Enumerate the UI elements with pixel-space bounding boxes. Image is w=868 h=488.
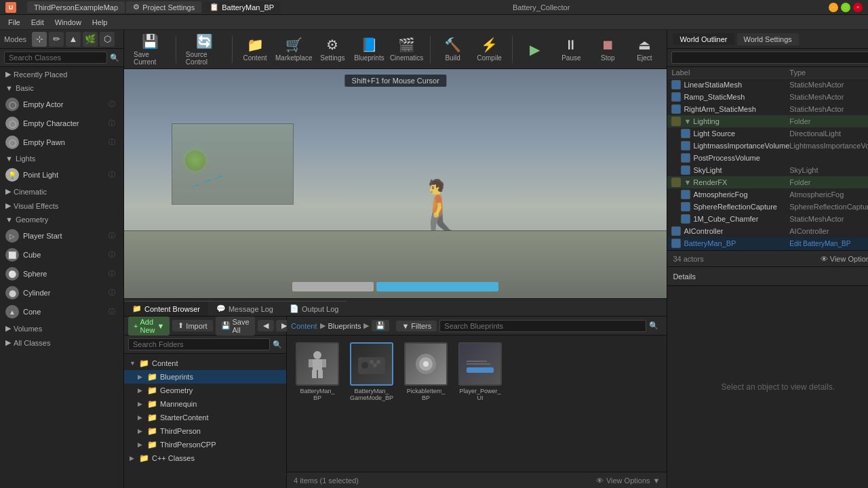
class-point-light[interactable]: 💡 Point Light ⓘ: [0, 165, 123, 184]
class-cylinder[interactable]: ⬤ Cylinder ⓘ: [0, 283, 123, 302]
stop-button[interactable]: ⏹ Stop: [591, 35, 625, 64]
section-all-classes[interactable]: ▶ All Classes: [0, 336, 123, 350]
pause-button[interactable]: ⏸ Pause: [554, 35, 588, 64]
class-sphere[interactable]: ⚪ Sphere ⓘ: [0, 264, 123, 283]
tab-world-settings[interactable]: World Settings: [737, 33, 799, 45]
minimize-button[interactable]: −: [829, 3, 838, 12]
content-button[interactable]: 📁 Content: [238, 34, 272, 64]
folder-starter-content[interactable]: ▶ 📁 StarterContent: [124, 411, 286, 424]
menu-edit[interactable]: Edit: [26, 17, 50, 28]
assets-search-input[interactable]: [439, 320, 646, 332]
assets-search-icon[interactable]: 🔍: [649, 321, 658, 330]
folder-third-person[interactable]: ▶ 📁 ThirdPerson: [124, 424, 286, 438]
assets-save-button[interactable]: 💾: [372, 320, 389, 331]
asset-pickable[interactable]: PickableItem_BP: [402, 342, 450, 401]
tab-content-browser[interactable]: 📁 Content Browser: [124, 301, 208, 316]
search-classes-icon[interactable]: 🔍: [110, 54, 119, 62]
cone-info-icon[interactable]: ⓘ: [108, 307, 115, 317]
asset-battman[interactable]: BatteryMan_BP: [294, 342, 341, 401]
compile-button[interactable]: ⚡ Compile: [473, 34, 507, 64]
mode-geometry-btn[interactable]: ⬡: [100, 32, 115, 47]
empty-actor-info-icon[interactable]: ⓘ: [108, 100, 115, 109]
maximize-button[interactable]: □: [841, 3, 850, 12]
folder-search-input[interactable]: [128, 338, 270, 350]
marketplace-button[interactable]: 🛒 Marketplace: [275, 34, 313, 64]
folder-geometry[interactable]: ▶ 📁 Geometry: [124, 384, 286, 397]
class-cube[interactable]: ⬜ Cube ⓘ: [0, 245, 123, 264]
point-light-info-icon[interactable]: ⓘ: [108, 170, 115, 180]
outliner-search-input[interactable]: [671, 52, 868, 64]
cylinder-info-icon[interactable]: ⓘ: [108, 288, 115, 298]
section-basic[interactable]: ▼ Basic: [0, 81, 123, 95]
menu-window[interactable]: Window: [50, 17, 87, 28]
outliner-item-1mcube[interactable]: 1M_Cube_Chamfer StaticMeshActor: [667, 213, 868, 225]
viewport[interactable]: 🚶 →→→ Shift+F1 for Mouse Cursor: [124, 69, 667, 298]
asset-player-power[interactable]: Player_Power_UI: [456, 342, 504, 401]
empty-pawn-info-icon[interactable]: ⓘ: [108, 138, 115, 147]
mode-landscape-btn[interactable]: ▲: [66, 32, 81, 47]
player-start-info-icon[interactable]: ⓘ: [108, 231, 115, 241]
folder-blueprints[interactable]: ▶ 📁 Blueprints: [124, 370, 286, 384]
build-button[interactable]: 🔨 Build: [436, 34, 470, 64]
close-button[interactable]: ×: [853, 3, 863, 12]
outliner-item-aicontroller[interactable]: AIController AIController: [667, 225, 868, 237]
section-recently-placed[interactable]: ▶ Recently Placed: [0, 67, 123, 81]
class-empty-character[interactable]: ◯ Empty Character ⓘ: [0, 114, 123, 133]
tab-map[interactable]: ThirdPersonExampleMap: [27, 1, 125, 13]
outliner-item-linear[interactable]: LinearStatiaMesh StaticMeshActor: [667, 79, 868, 91]
outliner-folder-lighting[interactable]: ▼ Lighting Folder: [667, 115, 868, 127]
save-current-button[interactable]: 💾 Save Current: [130, 30, 170, 68]
menu-help[interactable]: Help: [87, 17, 113, 28]
tab-world-outliner[interactable]: World Outliner: [673, 33, 734, 45]
breadcrumb-blueprints[interactable]: Blueprints: [328, 322, 361, 330]
save-all-button[interactable]: 💾 Save All: [216, 317, 255, 336]
eject-button[interactable]: ⏏ Eject: [627, 34, 661, 64]
class-player-start[interactable]: ▷ Player Start ⓘ: [0, 226, 123, 245]
mode-select-btn[interactable]: ⊹: [32, 32, 47, 47]
outliner-item-postprocess[interactable]: PostProcessVolume: [667, 152, 868, 164]
section-lights[interactable]: ▼ Lights: [0, 152, 123, 165]
outliner-item-spherereflect[interactable]: SphereReflectionCapture SphereReflection…: [667, 201, 868, 213]
filters-button[interactable]: ▼ Filters: [396, 321, 437, 331]
import-button[interactable]: ⬆ Import: [172, 320, 212, 331]
section-visual-effects[interactable]: ▶ Visual Effects: [0, 199, 123, 213]
tab-message-log[interactable]: 💬 Message Log: [208, 301, 281, 316]
outliner-item-rightarm[interactable]: RightArm_StaticMesh StaticMeshActor: [667, 103, 868, 115]
outliner-item-atmosphericfog[interactable]: AtmosphericFog AtmosphericFog: [667, 188, 868, 201]
folder-cpp-classes[interactable]: ▶ 📁 C++ Classes: [124, 451, 286, 465]
nav-back-button[interactable]: ◀: [258, 320, 274, 331]
mode-paint-btn[interactable]: ✏: [49, 32, 64, 47]
blueprints-button[interactable]: 📘 Blueprints: [352, 34, 386, 64]
asset-gamemode[interactable]: BatteryMan_GameMode_BP: [348, 342, 395, 401]
menu-file[interactable]: File: [3, 17, 26, 28]
settings-button[interactable]: ⚙ Settings: [315, 34, 349, 64]
outliner-item-lightsource[interactable]: Light Source DirectionalLight: [667, 127, 868, 140]
class-empty-pawn[interactable]: ◯ Empty Pawn ⓘ: [0, 133, 123, 152]
mode-foliage-btn[interactable]: 🌿: [83, 32, 98, 47]
outliner-item-battman[interactable]: BatteryMan_BP Edit BatteryMan_BP: [667, 237, 868, 249]
cube-info-icon[interactable]: ⓘ: [108, 250, 115, 260]
tab-project-settings[interactable]: ⚙ Project Settings: [126, 1, 201, 13]
source-control-button[interactable]: 🔄 Source Control: [182, 30, 226, 68]
outliner-item-skylight[interactable]: SkyLight SkyLight: [667, 164, 868, 176]
class-empty-actor[interactable]: ◯ Empty Actor ⓘ: [0, 95, 123, 114]
cinematics-button[interactable]: 🎬 Cinematics: [389, 34, 424, 64]
empty-character-info-icon[interactable]: ⓘ: [108, 119, 115, 128]
breadcrumb-content[interactable]: Content: [291, 322, 317, 330]
folder-third-person-cpp[interactable]: ▶ 📁 ThirdPersonCPP: [124, 438, 286, 451]
section-geometry[interactable]: ▼ Geometry: [0, 213, 123, 226]
tab-battery-man[interactable]: 📋 BatteryMan_BP: [203, 1, 281, 13]
folder-mannequin[interactable]: ▶ 📁 Mannequin: [124, 397, 286, 411]
add-new-button[interactable]: + Add New ▼: [128, 317, 170, 336]
folder-search-icon[interactable]: 🔍: [273, 340, 282, 349]
section-cinematic[interactable]: ▶ Cinematic: [0, 184, 123, 199]
section-volumes[interactable]: ▶ Volumes: [0, 321, 123, 336]
search-classes-input[interactable]: [4, 52, 107, 64]
outliner-view-options[interactable]: 👁 View Options ▼: [821, 255, 868, 263]
view-options-button[interactable]: 👁 View Options ▼: [596, 476, 660, 485]
outliner-item-lightmass[interactable]: LightmassImportanceVolume LightmassImpor…: [667, 140, 868, 152]
sphere-info-icon[interactable]: ⓘ: [108, 269, 115, 279]
play-button[interactable]: ▶: [517, 39, 551, 60]
tab-output-log[interactable]: 📄 Output Log: [281, 301, 347, 316]
outliner-item-ramp[interactable]: Ramp_StaticMesh StaticMeshActor: [667, 91, 868, 103]
